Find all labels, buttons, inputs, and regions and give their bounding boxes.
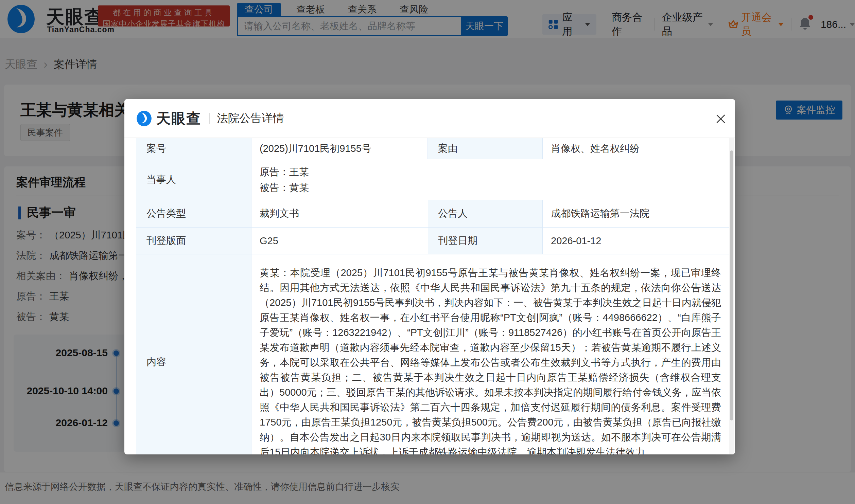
court-announcement-modal: 天眼查 法院公告详情 案号 (2025)川7101民初9155号 案由 肖像权、… [124, 99, 735, 454]
close-icon[interactable] [714, 112, 728, 126]
modal-header: 天眼查 法院公告详情 [124, 99, 735, 138]
table-label-content: 内容 [136, 254, 251, 454]
modal-body: 案号 (2025)川7101民初9155号 案由 肖像权、姓名权纠纷 当事人 原… [124, 138, 735, 454]
table-label-type: 公告类型 [136, 200, 251, 228]
modal-title: 法院公告详情 [217, 111, 284, 126]
table-value-content: 黄某：本院受理（2025）川7101民初9155号原告王某与被告黄某肖像权、姓名… [251, 254, 729, 454]
party-plaintiff: 原告：王某 [260, 164, 721, 180]
announcement-table: 案号 (2025)川7101民初9155号 案由 肖像权、姓名权纠纷 当事人 原… [136, 138, 729, 454]
modal-scrollbar-track[interactable] [729, 138, 734, 454]
table-value-announcer: 成都铁路运输第一法院 [543, 200, 729, 228]
table-value-date: 2026-01-12 [543, 228, 729, 254]
table-label-date: 刊登日期 [428, 228, 543, 254]
party-defendant: 被告：黄某 [260, 180, 721, 195]
table-label-page: 刊登版面 [136, 228, 251, 254]
table-value-case-no: (2025)川7101民初9155号 [251, 138, 428, 159]
table-value-page: G25 [251, 228, 428, 254]
divider [209, 113, 210, 124]
table-label-cause: 案由 [428, 138, 543, 159]
table-label-case-no: 案号 [136, 138, 251, 159]
table-value-party: 原告：王某 被告：黄某 [251, 159, 729, 200]
table-label-announcer: 公告人 [428, 200, 543, 228]
tianyancha-logo-icon [136, 110, 152, 127]
table-value-cause: 肖像权、姓名权纠纷 [543, 138, 729, 159]
table-value-type: 裁判文书 [251, 200, 428, 228]
table-label-party: 当事人 [136, 159, 251, 200]
modal-scrollbar-thumb[interactable] [730, 150, 733, 420]
modal-brand: 天眼查 [156, 109, 201, 128]
